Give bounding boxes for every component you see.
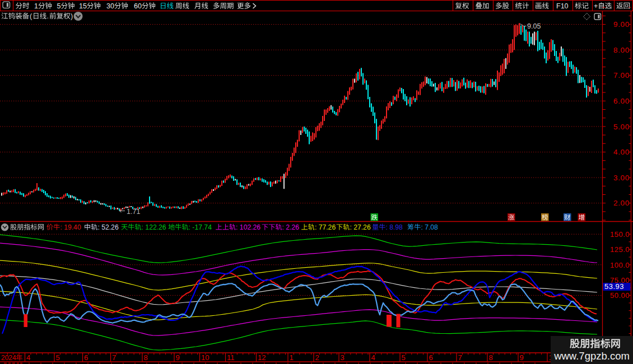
svg-text:1: 1 [34,2,38,10]
svg-text:10: 10 [201,353,209,362]
svg-text:: 19.40: : 19.40 [60,223,81,231]
svg-text:9.05: 9.05 [527,22,541,30]
svg-text:4: 4 [371,353,375,362]
svg-text:5: 5 [56,353,60,362]
svg-text:8.00: 8.00 [613,46,630,54]
svg-text:: 102.26: : 102.26 [236,223,260,231]
svg-text:1.71: 1.71 [127,208,140,216]
svg-text:9.00: 9.00 [613,20,630,29]
svg-text:9: 9 [176,353,180,362]
svg-text:7: 7 [458,353,462,362]
svg-text:: 2.26: : 2.26 [282,223,300,231]
svg-text:6: 6 [429,353,433,362]
svg-text:): ) [71,12,73,20]
svg-text:2: 2 [315,353,319,362]
svg-text:3: 3 [341,353,345,362]
svg-text:7.00: 7.00 [613,71,630,80]
svg-text:53.93: 53.93 [604,282,624,291]
svg-text:15: 15 [79,2,87,10]
svg-text:60: 60 [134,2,142,10]
svg-text:125.0: 125.0 [610,245,630,254]
svg-text:: 122.26: : 122.26 [142,223,166,231]
svg-text:4.00: 4.00 [613,148,630,156]
svg-text:: 8.98: : 8.98 [385,223,403,231]
svg-text:4: 4 [26,353,30,362]
svg-text:1: 1 [290,353,294,362]
svg-text:: -17.74: : -17.74 [189,223,212,231]
svg-text:5: 5 [402,353,406,362]
svg-text:.: . [47,12,49,20]
svg-text:2.00: 2.00 [613,199,630,207]
svg-text:150.0: 150.0 [610,230,630,239]
svg-text:: 52.26: : 52.26 [97,223,118,231]
svg-text:12: 12 [258,353,266,362]
svg-text:F10: F10 [556,2,569,10]
svg-text:5: 5 [57,2,61,10]
svg-text:: 77.26: : 77.26 [315,223,336,231]
svg-text:11: 11 [227,353,235,362]
svg-text:5.00: 5.00 [613,123,630,131]
svg-text:6.00: 6.00 [613,97,630,105]
svg-text:8: 8 [489,353,493,362]
svg-text:50.00: 50.00 [610,291,630,300]
svg-text:3.00: 3.00 [613,174,630,182]
svg-text:100.0: 100.0 [610,261,630,269]
svg-text:+: + [594,2,598,10]
svg-text:6: 6 [84,353,88,362]
svg-text:7: 7 [112,353,116,362]
svg-text:: 27.26: : 27.26 [350,223,370,231]
svg-text:9: 9 [520,353,524,362]
svg-text:8: 8 [144,353,148,362]
svg-text:30: 30 [106,2,114,10]
svg-text:2024: 2024 [1,354,16,362]
svg-text:www.7gpzb.com: www.7gpzb.com [553,350,630,362]
svg-text:: 7.08: : 7.08 [421,223,438,231]
